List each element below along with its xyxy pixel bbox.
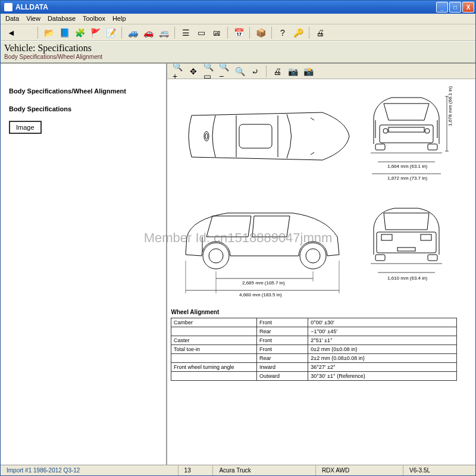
zoom-out-icon[interactable]: 🔍−	[218, 65, 230, 77]
breadcrumb: Body Specifications/Wheel Alignment	[4, 54, 472, 60]
svg-point-21	[300, 243, 326, 269]
vehicle-front-view: 1,678 mm (66.1 in) 1,604 mm (63.1 in) 1,…	[359, 83, 454, 190]
flag-icon[interactable]: 🚩	[89, 27, 101, 39]
svg-point-22	[306, 249, 320, 263]
camera2-icon[interactable]: 📸	[302, 65, 314, 77]
svg-point-10	[425, 129, 430, 133]
viewer-toolbar: 🔍+ ✥ 🔍▭ 🔍− 🔍 ⤾ 🖨 📷 📸	[167, 64, 475, 79]
status-engine: V6-3.5L	[403, 465, 475, 475]
main-toolbar: ◄ 📂 📘 🧩 🚩 📝 🚙 🚗 🚐 ☰ ▭ 🖭 📅 📦 ? 🔑 🖨	[1, 24, 475, 41]
zoom-fit-icon[interactable]: 🔍▭	[203, 65, 215, 77]
svg-point-4	[205, 133, 208, 139]
car-green-icon[interactable]: 🚐	[158, 27, 170, 39]
zoom-icon[interactable]: 🔍	[234, 65, 246, 77]
vehicle-top-view	[171, 83, 355, 190]
table-row: Rear2±2 mm (0.08±0.08 in)	[171, 354, 457, 363]
camera-icon[interactable]: 📷	[287, 65, 299, 77]
package-icon[interactable]: 📦	[255, 27, 267, 39]
table-row: Rear−1°00' ±45'	[171, 327, 457, 336]
page-title: Vehicle: Specifications	[4, 43, 472, 54]
svg-line-6	[311, 152, 314, 155]
header-strip: Vehicle: Specifications Body Specificati…	[1, 41, 475, 63]
svg-point-19	[203, 243, 229, 269]
dim-length: 4,660 mm (183.5 in)	[239, 292, 282, 298]
open-icon[interactable]: 📂	[43, 27, 55, 39]
zoom-in-icon[interactable]: 🔍+	[172, 65, 184, 77]
close-button[interactable]: X	[462, 2, 474, 12]
table-row: CamberFront0°00' ±30'	[171, 318, 457, 327]
dim-front-track: 1,604 mm (63.1 in)	[387, 164, 427, 169]
table-row: Front wheel turning angleInward36°27' ±2…	[171, 363, 457, 372]
vehicle-rear-view: 1,610 mm (63.4 in)	[359, 193, 454, 300]
menu-view[interactable]: View	[26, 15, 40, 23]
forward-icon[interactable]	[21, 27, 33, 39]
table-row: Outward30°30' ±1° (Reference)	[171, 372, 457, 381]
menu-help[interactable]: Help	[112, 15, 126, 23]
svg-point-9	[383, 129, 388, 133]
svg-rect-33	[397, 248, 415, 251]
tree-icon[interactable]: 🧩	[74, 27, 86, 39]
reset-icon[interactable]: ⤾	[249, 65, 261, 77]
window-controls: _ □ X	[436, 2, 474, 12]
dim-wheelbase: 2,685 mm (105.7 in)	[242, 280, 285, 286]
back-icon[interactable]: ◄	[5, 27, 17, 39]
dim-rear-track: 1,610 mm (63.4 in)	[387, 275, 427, 281]
book-icon[interactable]: 📘	[58, 27, 70, 39]
svg-rect-0	[239, 124, 272, 148]
left-pane: Body Specifications/Wheel Alignment Body…	[1, 64, 167, 465]
pan-icon[interactable]: ✥	[187, 65, 199, 77]
calendar-icon[interactable]: 📅	[233, 27, 245, 39]
svg-rect-30	[377, 232, 436, 253]
svg-point-3	[204, 131, 209, 141]
media-icon[interactable]: 🖭	[211, 27, 223, 39]
print-icon[interactable]: 🖨	[314, 27, 326, 39]
section-heading: Body Specifications	[9, 105, 160, 112]
menu-data[interactable]: Data	[5, 15, 19, 23]
svg-rect-35	[428, 255, 437, 261]
image-button[interactable]: Image	[9, 121, 42, 134]
viewer-print-icon[interactable]: 🖨	[271, 65, 283, 77]
section-path: Body Specifications/Wheel Alignment	[9, 87, 160, 95]
list-icon[interactable]: ☰	[180, 27, 192, 39]
window-title: ALLDATA	[15, 3, 48, 11]
menu-database[interactable]: Database	[48, 15, 76, 23]
statusbar: Import #1 1986-2012 Q3-12 13 Acura Truck…	[1, 465, 475, 475]
right-pane: 🔍+ ✥ 🔍▭ 🔍− 🔍 ⤾ 🖨 📷 📸	[167, 64, 475, 465]
menubar: Data View Database Toolbox Help	[1, 14, 475, 24]
svg-line-5	[311, 118, 314, 120]
key-icon[interactable]: 🔑	[292, 27, 304, 39]
table-heading: Wheel Alignment	[171, 308, 457, 318]
vehicle-side-view: 2,685 mm (105.7 in) 4,660 mm (183.5 in)	[171, 193, 355, 300]
status-dataset: Import #1 1986-2012 Q3-12	[1, 465, 178, 475]
menu-toolbox[interactable]: Toolbox	[83, 15, 105, 23]
maximize-button[interactable]: □	[449, 2, 461, 12]
note-icon[interactable]: 📝	[105, 27, 117, 39]
dim-front-width: 1,872 mm (73.7 in)	[387, 176, 427, 181]
wheel-alignment-table: Wheel Alignment CamberFront0°00' ±30'Rea…	[171, 308, 457, 381]
dim-height: 1,678 mm (66.1 in)	[447, 86, 453, 126]
svg-rect-8	[389, 127, 424, 132]
app-icon	[4, 3, 12, 11]
help-icon[interactable]: ?	[277, 27, 289, 39]
svg-rect-11	[375, 144, 385, 150]
card-icon[interactable]: ▭	[195, 27, 207, 39]
status-make: Acura Truck	[213, 465, 315, 475]
status-year: 13	[178, 465, 214, 475]
car-red-icon[interactable]: 🚗	[142, 27, 154, 39]
table-row: CasterFront2°51' ±1°	[171, 336, 457, 345]
svg-rect-32	[421, 234, 431, 240]
svg-rect-31	[381, 234, 392, 240]
status-model: RDX AWD	[316, 465, 403, 475]
car-blue-icon[interactable]: 🚙	[127, 27, 139, 39]
titlebar: ALLDATA _ □ X	[1, 1, 475, 14]
table-row: Total toe-inFront0±2 mm (0±0.08 in)	[171, 345, 457, 354]
svg-rect-34	[375, 255, 385, 261]
svg-rect-12	[428, 144, 437, 150]
svg-point-20	[209, 249, 223, 263]
minimize-button[interactable]: _	[436, 2, 448, 12]
diagram-viewer[interactable]: 1,678 mm (66.1 in) 1,604 mm (63.1 in) 1,…	[167, 79, 475, 465]
